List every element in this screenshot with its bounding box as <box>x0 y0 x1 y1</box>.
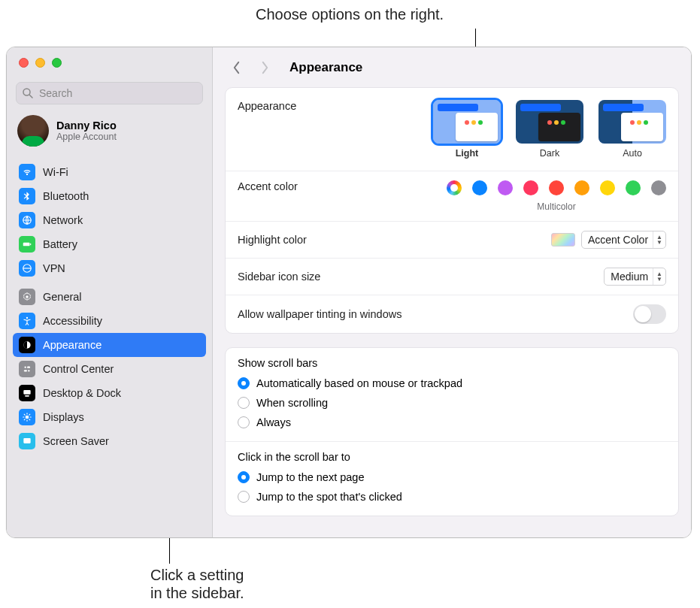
annotation-top: Choose options on the right. <box>256 6 444 23</box>
search-icon <box>22 87 34 99</box>
accent-color-label: Accent color <box>238 180 447 192</box>
appearance-option-auto[interactable]: Auto <box>598 100 666 159</box>
accent-green[interactable] <box>626 180 641 195</box>
appearance-card: Appearance Light Dark Auto <box>225 87 679 334</box>
sidebar-icon-size-value: Medium <box>611 271 648 283</box>
accent-yellow[interactable] <box>600 180 615 195</box>
minimize-button[interactable] <box>35 58 45 68</box>
scroll-bars-option-auto[interactable]: Automatically based on mouse or trackpad <box>238 374 666 393</box>
svg-rect-4 <box>30 244 31 245</box>
sidebar-item-vpn[interactable]: VPN <box>13 256 206 280</box>
sidebar-item-displays[interactable]: Displays <box>13 405 206 429</box>
appearance-option-light[interactable]: Light <box>433 100 501 159</box>
sidebar-item-bluetooth[interactable]: Bluetooth <box>13 184 206 208</box>
account-row[interactable]: Danny Rico Apple Account <box>7 112 212 156</box>
sidebar-item-label: Network <box>43 214 83 226</box>
radio-icon <box>238 471 250 483</box>
gear-icon <box>19 289 35 305</box>
sidebar-item-label: Displays <box>43 411 84 423</box>
vpn-icon <box>19 260 35 277</box>
svg-point-7 <box>26 317 28 319</box>
sidebar-item-control-center[interactable]: Control Center <box>13 357 206 381</box>
radio-icon <box>238 397 250 409</box>
sidebar-item-label: General <box>43 291 82 303</box>
appearance-option-label: Auto <box>598 148 666 159</box>
sidebar-item-general[interactable]: General <box>13 285 206 309</box>
accent-purple[interactable] <box>498 180 513 195</box>
radio-label: Automatically based on mouse or trackpad <box>256 377 462 389</box>
accent-red[interactable] <box>549 180 564 195</box>
click-scroll-title: Click in the scroll bar to <box>238 451 666 463</box>
radio-icon <box>238 491 250 503</box>
search-input[interactable] <box>16 82 203 104</box>
appearance-label: Appearance <box>238 100 433 112</box>
svg-rect-14 <box>25 395 29 397</box>
sidebar-item-network[interactable]: Network <box>13 208 206 232</box>
wallpaper-tinting-label: Allow wallpaper tinting in windows <box>238 308 633 320</box>
bluetooth-icon <box>19 188 35 204</box>
popup-stepper-icon: ▲▼ <box>653 231 662 248</box>
sidebar-item-wifi[interactable]: Wi-Fi <box>13 160 206 184</box>
sidebar-item-label: Appearance <box>43 339 102 351</box>
highlight-color-value: Accent Color <box>588 234 648 246</box>
back-button[interactable] <box>228 59 244 76</box>
radio-icon <box>238 416 250 428</box>
forward-button[interactable] <box>256 59 273 76</box>
highlight-color-label: Highlight color <box>238 234 551 246</box>
zoom-button[interactable] <box>52 58 62 68</box>
svg-point-6 <box>26 295 29 298</box>
sidebar-item-battery[interactable]: Battery <box>13 232 206 256</box>
appearance-option-dark[interactable]: Dark <box>516 100 583 159</box>
highlight-color-popup[interactable]: Accent Color ▲▼ <box>581 231 666 249</box>
scroll-bars-option-when-scrolling[interactable]: When scrolling <box>238 393 666 413</box>
page-title: Appearance <box>289 60 362 75</box>
main-pane: Appearance Appearance Light Dark <box>213 47 691 537</box>
click-scroll-option-spot[interactable]: Jump to the spot that's clicked <box>238 487 666 507</box>
svg-rect-10 <box>27 367 30 368</box>
radio-label: Jump to the next page <box>256 471 365 483</box>
accent-caption: Multicolor <box>537 201 575 212</box>
wallpaper-tinting-switch[interactable] <box>633 304 666 324</box>
displays-icon <box>19 409 35 425</box>
sidebar-item-label: Screen Saver <box>43 435 109 447</box>
click-scroll-option-next-page[interactable]: Jump to the next page <box>238 467 666 487</box>
sidebar-item-desktop-dock[interactable]: Desktop & Dock <box>13 381 206 405</box>
svg-point-9 <box>25 367 26 368</box>
scroll-card: Show scroll bars Automatically based on … <box>225 347 679 516</box>
sidebar-item-label: Wi-Fi <box>43 166 68 178</box>
sidebar-item-screen-saver[interactable]: Screen Saver <box>13 429 206 453</box>
sidebar-item-label: Accessibility <box>43 315 102 327</box>
accent-blue[interactable] <box>472 180 487 195</box>
radio-label: Always <box>256 416 291 428</box>
highlight-swatch <box>551 233 575 247</box>
sidebar-item-accessibility[interactable]: Accessibility <box>13 309 206 333</box>
sidebar-item-label: Desktop & Dock <box>43 387 121 399</box>
control-center-icon <box>19 361 35 377</box>
accent-multicolor[interactable] <box>447 180 462 195</box>
sidebar-icon-size-label: Sidebar icon size <box>238 271 604 283</box>
sidebar: Danny Rico Apple Account Wi-Fi Bluetooth… <box>7 47 213 537</box>
toolbar: Appearance <box>213 47 691 87</box>
accessibility-icon <box>19 313 35 329</box>
annotation-bottom: Click a setting in the sidebar. <box>150 566 244 602</box>
sidebar-item-label: Battery <box>43 238 77 250</box>
svg-rect-13 <box>23 390 30 395</box>
scroll-bars-option-always[interactable]: Always <box>238 413 666 432</box>
screen-saver-icon <box>19 433 35 449</box>
traffic-lights <box>7 47 212 77</box>
sidebar-item-appearance[interactable]: Appearance <box>13 333 206 357</box>
accent-pink[interactable] <box>523 180 538 195</box>
settings-window: Danny Rico Apple Account Wi-Fi Bluetooth… <box>6 47 692 538</box>
accent-graphite[interactable] <box>651 180 666 195</box>
appearance-option-label: Light <box>433 148 501 159</box>
sidebar-item-label: VPN <box>43 262 65 274</box>
close-button[interactable] <box>19 58 29 68</box>
svg-point-15 <box>26 416 29 419</box>
svg-point-0 <box>23 89 30 95</box>
sidebar-icon-size-popup[interactable]: Medium ▲▼ <box>604 268 666 286</box>
radio-label: When scrolling <box>256 397 328 409</box>
battery-icon <box>19 236 35 253</box>
sidebar-item-label: Bluetooth <box>43 190 89 202</box>
accent-orange[interactable] <box>574 180 589 195</box>
appearance-icon <box>19 337 35 353</box>
